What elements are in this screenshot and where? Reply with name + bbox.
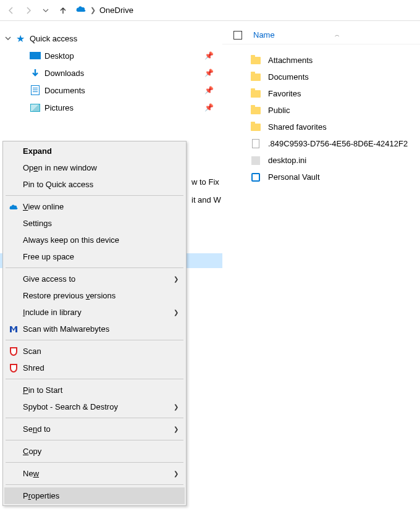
sidebar-item-downloads[interactable]: Downloads 📌 [2,64,222,82]
folder-icon [250,57,262,64]
menu-item-restore-versions[interactable]: Restore previous versions [4,287,185,304]
menu-item-properties[interactable]: Properties [4,487,185,504]
file-row-favorites[interactable]: Favorites [222,85,420,102]
menu-item-open-new-window[interactable]: Open in new window [4,159,185,176]
vault-icon [250,173,262,182]
obscured-item-2: it and W [191,195,221,204]
submenu-arrow-icon: ❯ [174,403,178,410]
desktop-icon [28,52,42,59]
menu-separator [6,379,183,379]
menu-item-spybot[interactable]: Spybot - Search & Destroy ❯ [4,398,185,415]
folder-icon [250,124,262,131]
menu-item-include-in-library[interactable]: Include in library ❯ [4,304,185,321]
quick-access-header[interactable]: ★ Quick access [2,30,222,47]
breadcrumb-onedrive[interactable]: OneDrive [99,6,133,15]
sort-indicator-icon: ︿ [335,32,340,38]
menu-item-expand[interactable]: Expand [4,143,185,159]
submenu-arrow-icon: ❯ [174,470,178,477]
menu-item-give-access-to[interactable]: Give access to ❯ [4,271,185,287]
menu-separator [6,484,183,485]
back-button[interactable] [2,2,20,19]
navigation-bar: ❯ OneDrive [0,0,420,21]
column-header-row: Name ︿ [222,26,420,44]
pin-icon: 📌 [204,86,214,95]
menu-item-view-online[interactable]: View online [4,198,185,215]
submenu-arrow-icon: ❯ [174,309,178,316]
ini-icon [250,156,262,165]
address-bar[interactable]: ❯ OneDrive [75,5,133,15]
folder-icon [250,74,262,81]
pictures-icon [28,104,42,112]
file-icon [250,139,262,148]
quick-access-label: Quick access [27,34,216,43]
menu-item-shred[interactable]: Shred [4,360,185,376]
menu-item-always-keep[interactable]: Always keep on this device [4,232,185,248]
file-row-documents[interactable]: Documents [222,69,420,85]
menu-item-scan[interactable]: Scan [4,343,185,360]
menu-separator [6,195,183,196]
file-row-desktop-ini[interactable]: desktop.ini [222,152,420,169]
menu-separator [6,340,183,340]
folder-icon [250,90,262,98]
quick-access-star-icon: ★ [14,33,27,44]
folder-icon [250,107,262,114]
chevron-down-icon[interactable] [2,35,14,41]
select-all-checkbox[interactable] [233,31,242,40]
up-button[interactable] [54,2,72,19]
documents-icon [28,85,42,95]
sidebar-item-pictures[interactable]: Pictures 📌 [2,99,222,116]
column-header-name[interactable]: Name [253,30,275,40]
menu-separator [6,418,183,418]
breadcrumb-separator-icon: ❯ [90,6,96,14]
menu-item-free-up-space[interactable]: Free up space [4,248,185,265]
mcafee-shield-icon [8,347,19,356]
forward-button[interactable] [20,2,37,19]
obscured-item-1: w to Fix [191,177,219,187]
menu-item-settings[interactable]: Settings [4,215,185,232]
menu-separator [6,440,183,440]
context-menu: Expand Open in new window Pin to Quick a… [2,141,187,506]
file-row-personal-vault[interactable]: Personal Vault [222,169,420,185]
sidebar-item-documents[interactable]: Documents 📌 [2,82,222,99]
mcafee-shield-icon [8,364,19,373]
sidebar-item-desktop[interactable]: Desktop 📌 [2,47,222,64]
malwarebytes-icon [8,325,19,334]
menu-separator [6,267,183,268]
cloud-icon [8,203,19,211]
menu-item-send-to[interactable]: Send to ❯ [4,421,185,437]
file-row-shared-favorites[interactable]: Shared favorites [222,119,420,135]
file-row-attachments[interactable]: Attachments [222,52,420,69]
recent-locations-button[interactable] [37,2,54,19]
pin-icon: 📌 [204,51,214,60]
menu-item-pin-quick-access[interactable]: Pin to Quick access [4,176,185,193]
onedrive-cloud-icon [75,5,86,15]
submenu-arrow-icon: ❯ [174,276,178,282]
file-row-public[interactable]: Public [222,102,420,119]
submenu-arrow-icon: ❯ [174,426,178,432]
menu-item-scan-malwarebytes[interactable]: Scan with Malwarebytes [4,321,185,337]
menu-separator [6,462,183,463]
pin-icon: 📌 [204,103,214,112]
menu-item-pin-to-start[interactable]: Pin to Start [4,382,185,398]
file-row-guid-file[interactable]: .849C9593-D756-4E56-8D6E-42412F2 [222,135,420,152]
menu-item-copy[interactable]: Copy [4,443,185,460]
pin-icon: 📌 [204,69,214,77]
downloads-icon [28,68,42,78]
file-list-pane: Name ︿ Attachments Documents Favorites P… [222,21,420,522]
menu-item-new[interactable]: New ❯ [4,465,185,482]
